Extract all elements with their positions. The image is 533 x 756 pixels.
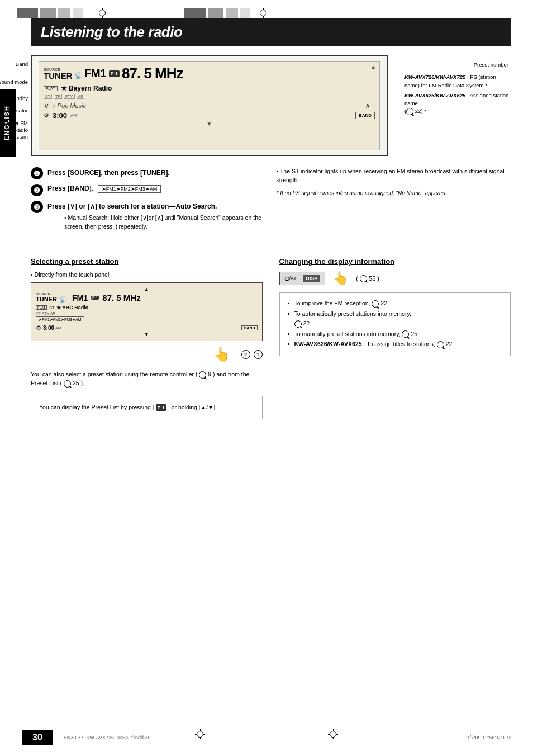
- search-icon-ref25: [64, 380, 71, 388]
- crosshair-right: [258, 8, 268, 18]
- tuner-standby-label: Tuner/Standby: [0, 95, 28, 102]
- fm1-label: FM1: [84, 67, 107, 80]
- footer-date: 1/7/09 12:55:12 PM: [467, 735, 511, 740]
- small-band-flow: ➤FM1➤FM2➤FM3➤AM: [36, 316, 84, 323]
- label-sound-mode: Sound mode: [0, 79, 28, 86]
- label-band: Band: [0, 61, 28, 68]
- strip8: [240, 8, 250, 18]
- small-row5: ⚙ 3:00 AM BAND: [36, 324, 258, 332]
- page-number: 30: [22, 730, 53, 745]
- footer-filename: EN30-37_KW-AVX726_005A_f.indd 30: [64, 735, 151, 740]
- circle-1: 1: [254, 350, 263, 359]
- small-time: 3:00: [43, 325, 54, 331]
- small-down-arrow: ▼: [36, 332, 258, 337]
- label-tuner-standby: Tuner/Standby: [0, 95, 28, 102]
- up-arrow-top: ▲: [370, 64, 376, 70]
- hand-icon-2: 👆: [213, 347, 230, 362]
- af-indicator: AF: [77, 94, 85, 99]
- radio-display: ▲ SOURCE TUNER 📡 FM1 P 1: [31, 55, 388, 156]
- steps-section: ❶ Press [SOURCE], then press [TUNER]. ❷ …: [31, 167, 511, 235]
- search-icon-ref22: [406, 108, 413, 115]
- info-bullet-4: KW-AVX626/KW-AVX625 : To assign titles t…: [288, 339, 503, 349]
- small-row2: FLAT ST ★ ABC Radio: [36, 305, 258, 310]
- info-bullet-list: To improve the FM reception, 22. To auto…: [288, 299, 503, 349]
- radio-display-wrapper: Band Sound mode Tuner/Standby Reception …: [31, 55, 388, 156]
- title-bar: Listening to the radio: [31, 18, 511, 46]
- strip5: [184, 8, 206, 18]
- preset-number-label: Preset number: [404, 61, 511, 69]
- search-icon-22c: [437, 341, 444, 348]
- small-band-btn: BAND: [241, 325, 257, 330]
- preset-number-text: Preset number: [474, 62, 508, 68]
- disp-device: ⏻/ATT DISP: [279, 272, 326, 285]
- display-labels-left: Band Sound mode Tuner/Standby Reception …: [0, 61, 28, 140]
- bullet2-text: To automatically preset stations into me…: [294, 310, 411, 317]
- disp-row1: SOURCE TUNER 📡 FM1 P 1 87. 5 MHz: [44, 65, 375, 82]
- model-info: KW-AVX726/KW-AVX725 : PS (station name) …: [404, 73, 511, 115]
- disp-button: DISP: [303, 275, 320, 282]
- small-fm1: FM1: [72, 294, 88, 303]
- radio-display-inner: ▲ SOURCE TUNER 📡 FM1 P 1: [39, 61, 380, 150]
- steps-left: ❶ Press [SOURCE], then press [TUNER]. ❷ …: [31, 167, 265, 235]
- label-pty: PTY code for FM RadioData System: [0, 120, 28, 140]
- fm1-block: FM1 P 1 87. 5 MHz: [82, 65, 183, 82]
- step2-text: Press [BAND].: [47, 183, 93, 192]
- search-icon-22b: [294, 320, 302, 328]
- search-icon-25: [402, 330, 409, 338]
- small-radio-wrapper: ▲ SOURCE TUNER 📡 FM1 P 1 87. 5 MHz FLAT …: [31, 282, 263, 362]
- small-source-block: SOURCE TUNER 📡: [36, 292, 66, 303]
- hand-icon-disp: 👆: [333, 271, 348, 286]
- tuner-label: TUNER 📡: [44, 72, 82, 80]
- bullet-directly: •: [31, 271, 35, 278]
- preset-box-text1: You can display the Preset List by press…: [39, 404, 154, 410]
- ref56: 56: [369, 275, 375, 282]
- am-label: AM: [70, 113, 77, 118]
- col-selecting: Selecting a preset station • Directly fr…: [31, 257, 263, 419]
- source-tuner-block: SOURCE TUNER 📡: [44, 68, 82, 80]
- info-box: To improve the FM reception, 22. To auto…: [279, 292, 511, 356]
- st-indicator: ST: [44, 94, 52, 99]
- antenna-icon: 📡: [74, 72, 82, 79]
- strip1: [17, 8, 38, 18]
- crosshair-left: [97, 8, 107, 18]
- small-st: ST: [49, 306, 54, 310]
- power-btn-label: ⏻/ATT: [284, 276, 300, 281]
- small-radio-icons: 👆 2 1: [31, 347, 263, 362]
- ref4: 22: [446, 341, 453, 347]
- asterisk: *: [424, 108, 426, 114]
- model2-name: KW-AVX626/KW-AVX625: [404, 92, 465, 98]
- crosshair-bottom-left: [195, 729, 205, 739]
- step3-sub-text: •: [64, 214, 68, 221]
- ref22-num: 22: [415, 108, 421, 114]
- small-station: ★ ABC Radio: [56, 305, 88, 310]
- info-bullet-3: To manually preset stations into memory,…: [288, 329, 503, 339]
- page-ref-56: ( 56): [356, 275, 379, 282]
- ref3: 25: [411, 330, 417, 337]
- step3-text: Press [∨] or [∧] to search for a station…: [47, 201, 265, 211]
- small-row3-indicators: TP PTY AF: [36, 311, 258, 315]
- bullet3-text: To manually preset stations into memory,: [294, 330, 401, 337]
- crosshair-bottom-right: [328, 729, 338, 739]
- model1-name: KW-AVX726/KW-AVX725: [404, 74, 465, 80]
- search-icon-22a: [372, 300, 379, 308]
- step3-content: Press [∨] or [∧] to search for a station…: [47, 201, 265, 231]
- remote-text-3: ).: [80, 380, 84, 386]
- info-bullet-2: To automatically preset stations into me…: [288, 309, 503, 328]
- bullet1-text: To improve the FM reception,: [294, 300, 370, 306]
- band-button: BAND: [355, 112, 375, 119]
- bullet4-rest: : To assign titles to stations,: [364, 341, 435, 347]
- strip3: [58, 8, 70, 18]
- step1-number: ❶: [31, 167, 43, 179]
- settings-icon: ⚙: [44, 112, 49, 119]
- disp-row2: FLAT ★ Bayern Radio: [44, 84, 375, 92]
- ref9: 9: [208, 371, 211, 377]
- tuner-text: TUNER: [44, 72, 73, 80]
- label-reception: Reception indicator: [0, 107, 28, 114]
- step3-sub: • Manual Search: Hold either [∨]or [∧] u…: [64, 214, 265, 231]
- remote-text-1: You can also select a preset station usi…: [31, 371, 197, 377]
- ref25: 25: [73, 380, 79, 386]
- info-bullet-1: To improve the FM reception, 22.: [288, 299, 503, 308]
- remote-text: You can also select a preset station usi…: [31, 370, 263, 388]
- down-arrow-left: ∨: [44, 101, 49, 110]
- band-flow: ➤FM1➤FM2➤FM3➤AM: [98, 185, 161, 193]
